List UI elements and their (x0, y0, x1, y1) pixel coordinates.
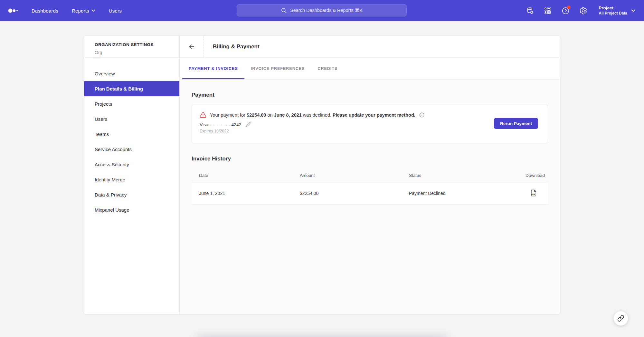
sidebar-item-overview[interactable]: Overview (84, 66, 179, 81)
alert-text-mid: on (266, 112, 274, 118)
content-header: Billing & Payment (180, 36, 560, 58)
help-icon[interactable]: ? (561, 6, 570, 15)
sidebar-header: ORGANIZATION SETTINGS Org (84, 36, 179, 58)
top-navbar: Dashboards Reports Users Search Dashboar… (0, 0, 644, 21)
nav-item-dashboards[interactable]: Dashboards (32, 8, 58, 14)
nav-item-reports[interactable]: Reports (72, 8, 95, 14)
column-header-download: Download (518, 173, 548, 178)
svg-text:?: ? (564, 8, 567, 13)
back-button[interactable] (180, 36, 204, 57)
chevron-down-icon (91, 9, 95, 12)
project-selector-text: Project All Project Data (599, 5, 627, 16)
svg-text:PDF: PDF (531, 193, 535, 195)
download-pdf-button[interactable]: PDF (530, 189, 537, 197)
column-header-amount: Amount (300, 173, 409, 178)
sidebar-item-mixpanel-usage[interactable]: Mixpanel Usage (84, 202, 179, 217)
project-value: All Project Data (599, 11, 627, 16)
column-header-date: Date (192, 173, 300, 178)
alert-text-post: was declined. (302, 112, 333, 118)
project-selector[interactable]: Project All Project Data (599, 5, 635, 16)
alert-text: Your payment for $2254.00 on June 8, 202… (210, 112, 415, 118)
sidebar-item-service-accounts[interactable]: Service Accounts (84, 142, 179, 157)
apps-grid-icon[interactable] (544, 6, 552, 15)
notification-badge (567, 5, 571, 9)
nav-item-label: Reports (72, 8, 89, 14)
sidebar-item-projects[interactable]: Projects (84, 96, 179, 111)
invoice-table-header: Date Amount Status Download (192, 168, 548, 182)
copy-link-button[interactable] (613, 311, 628, 326)
data-management-icon[interactable] (526, 6, 534, 15)
card-masked-number: ···· ···· ···· 4242 (210, 122, 242, 127)
warning-triangle-icon (200, 111, 206, 118)
sidebar-item-data-privacy[interactable]: Data & Privacy (84, 187, 179, 202)
card-summary: Visa ···· ···· ···· 4242 (200, 122, 242, 127)
invoice-table: Date Amount Status Download June 1, 2021… (192, 168, 548, 205)
info-icon[interactable] (419, 112, 425, 118)
payment-section-title: Payment (192, 92, 548, 98)
mixpanel-logo[interactable] (8, 7, 19, 14)
page-title: Billing & Payment (204, 36, 260, 57)
nav-links: Dashboards Reports Users (32, 8, 122, 14)
org-settings-sidebar: ORGANIZATION SETTINGS Org Overview Plan … (84, 36, 180, 314)
sidebar-item-teams[interactable]: Teams (84, 127, 179, 142)
billing-tabs: PAYMENT & INVOICES INVOICE PREFERENCES C… (180, 58, 560, 80)
edit-pencil-icon[interactable] (245, 122, 251, 127)
card-brand: Visa (200, 122, 208, 127)
tab-invoice-preferences[interactable]: INVOICE PREFERENCES (244, 58, 311, 79)
project-label: Project (599, 5, 627, 11)
sidebar-item-users[interactable]: Users (84, 111, 179, 127)
arrow-left-icon (188, 43, 195, 50)
tab-payment-invoices[interactable]: PAYMENT & INVOICES (182, 58, 244, 79)
nav-right-icons: ? Project All Project Data (526, 5, 635, 16)
sidebar-title: ORGANIZATION SETTINGS (95, 42, 179, 47)
chevron-down-icon (631, 9, 635, 12)
nav-item-users[interactable]: Users (109, 8, 122, 14)
invoice-date: June 1, 2021 (192, 191, 300, 196)
invoice-history-title: Invoice History (192, 156, 548, 162)
column-header-status: Status (409, 173, 518, 178)
settings-gear-icon[interactable] (579, 6, 587, 15)
org-name: Org (95, 50, 179, 55)
rerun-payment-button[interactable]: Rerun Payment (494, 118, 538, 129)
alert-cta-text: Please update your payment method. (333, 112, 415, 118)
nav-item-label: Dashboards (32, 8, 58, 14)
payment-declined-alert: Your payment for $2254.00 on June 8, 202… (200, 111, 540, 118)
mixpanel-dots-icon (8, 7, 19, 14)
tab-credits[interactable]: CREDITS (311, 58, 344, 79)
sidebar-item-access-security[interactable]: Access Security (84, 157, 179, 172)
payment-invoices-panel: Payment Your payment for $2254.00 on Jun… (180, 80, 560, 314)
payment-method-card: Your payment for $2254.00 on June 8, 202… (192, 104, 548, 143)
alert-date: June 8, 2021 (274, 112, 302, 118)
invoice-status: Payment Declined (409, 191, 518, 196)
nav-item-label: Users (109, 8, 122, 14)
link-icon (617, 315, 624, 322)
card-on-file: Visa ···· ···· ···· 4242 (200, 122, 540, 127)
billing-content: Billing & Payment PAYMENT & INVOICES INV… (180, 36, 560, 314)
alert-amount: $2254.00 (247, 112, 266, 118)
sidebar-item-identity-merge[interactable]: Identity Merge (84, 172, 179, 187)
settings-panel: ORGANIZATION SETTINGS Org Overview Plan … (84, 35, 560, 314)
sidebar-items: Overview Plan Details & Billing Projects… (84, 58, 179, 217)
alert-text-pre: Your payment for (210, 112, 247, 118)
sidebar-item-plan-details-billing[interactable]: Plan Details & Billing (84, 81, 179, 96)
card-expiry: Expires 10/2022 (200, 129, 540, 133)
search-placeholder: Search Dashboards & Reports ⌘K (290, 8, 363, 13)
pdf-file-icon: PDF (530, 189, 537, 197)
search-icon (281, 7, 287, 14)
invoice-row: June 1, 2021 $2254.00 Payment Declined P… (192, 182, 548, 205)
invoice-amount: $2254.00 (300, 191, 409, 196)
search-input[interactable]: Search Dashboards & Reports ⌘K (237, 4, 407, 16)
